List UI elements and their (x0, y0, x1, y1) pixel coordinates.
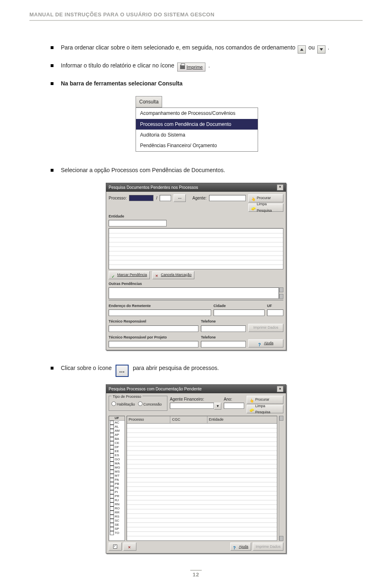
bullet-item: Clicar sobre o ícone … para abrir pesqui… (51, 363, 363, 377)
uf-item[interactable]: AL (109, 425, 125, 429)
cidade-label: Cidade (214, 303, 265, 309)
menu-item-acompanhamento[interactable]: Acompanhamento de Processos/Convênios (136, 108, 258, 119)
processo-label: Processo: (109, 195, 127, 202)
outras-pendencias-field[interactable] (109, 287, 279, 299)
processo-input-2[interactable] (160, 195, 171, 201)
document-header: MANUAL DE INSTRUÇÕES PARA O USUÁRIO DO S… (29, 11, 363, 21)
uf-item[interactable]: PR (109, 494, 125, 498)
uf-item[interactable]: RN (109, 502, 125, 507)
eraser-icon (249, 407, 254, 411)
agente-label: Agente: (192, 195, 206, 202)
scrollbar[interactable] (279, 416, 283, 541)
entidade-field[interactable] (109, 220, 167, 226)
tecnico-projeto-field[interactable] (109, 341, 198, 347)
uf-item[interactable]: RO (109, 507, 125, 511)
uf-item[interactable]: MT (109, 474, 125, 478)
agente-financeiro-select[interactable] (170, 403, 214, 409)
cancela-marcacao-button[interactable]: Cancela Marcação (152, 271, 194, 279)
uf-item[interactable]: RS (109, 515, 125, 519)
uf-header: UF (109, 416, 125, 421)
uf-item[interactable]: PA (109, 478, 125, 482)
uf-item[interactable]: BA (109, 437, 125, 441)
ajuda-button[interactable]: Ajuda (230, 542, 251, 551)
uf-item[interactable]: PB (109, 482, 125, 486)
telefone-field[interactable] (201, 325, 246, 332)
menu-item-processos-pendencia[interactable]: Processos com Pendência de Documento (136, 119, 258, 130)
uf-item[interactable]: SP (109, 527, 125, 531)
uf-item[interactable]: AM (109, 429, 125, 433)
radio-concessao[interactable]: Concessão (138, 402, 162, 406)
clear-all-button[interactable] (123, 542, 136, 551)
uf-item[interactable]: MA (109, 462, 125, 466)
agente-input[interactable] (209, 195, 246, 201)
lookup-button[interactable]: … (174, 194, 186, 202)
ajuda-button[interactable]: Ajuda (248, 339, 283, 347)
limpa-pesquisa-button[interactable]: Limpa Pesquisa (247, 405, 283, 413)
imprime-dados-button: Imprime Dados (253, 542, 283, 551)
close-icon[interactable]: × (277, 184, 283, 191)
dialog-pesquisa-processos: Pesquisa Processos com Documentação Pend… (106, 384, 286, 554)
bullet-marker (51, 46, 53, 49)
uf-item[interactable]: RR (109, 511, 125, 515)
tecnico-responsavel-field[interactable] (109, 325, 198, 332)
limpa-pesquisa-button[interactable]: Limpa Pesquisa (248, 204, 283, 212)
uf-item[interactable]: PI (109, 490, 125, 494)
bullet-text: Para ordenar clicar sobre o item selecio… (61, 44, 297, 51)
bullet-item: Informar o título do relatório e clicar … (51, 61, 363, 72)
menu-item-pendencias-financeiro[interactable]: Pendências Financeiro/ Orçamento (136, 140, 258, 151)
endereco-field[interactable] (109, 309, 211, 316)
telefone-label: Telefone (201, 318, 246, 325)
printer-icon (180, 65, 185, 69)
bullet-item: Na barra de ferramentas selecionar Consu… (51, 79, 363, 89)
uf-label: UF (267, 303, 283, 309)
uf-item[interactable]: SC (109, 519, 125, 523)
ano-label: Ano: (224, 396, 244, 403)
tecnico-projeto-label: Técnico Responsável por Projeto (109, 334, 198, 341)
uf-item[interactable]: SE (109, 523, 125, 527)
lookup-icon: … (116, 365, 129, 377)
consulta-menu-title[interactable]: Consulta (136, 96, 162, 108)
processos-grid[interactable]: Processo CGC Entidade (127, 416, 277, 541)
bullet-marker (51, 169, 53, 172)
ano-input[interactable] (224, 403, 244, 409)
uf-item[interactable]: PE (109, 486, 125, 490)
imprime-label: Imprime (187, 63, 203, 71)
uf-item[interactable]: DF (109, 445, 125, 449)
uf-item[interactable]: EE (109, 449, 125, 453)
uf-item[interactable]: MS (109, 470, 125, 474)
scrollbar[interactable] (279, 287, 283, 299)
uf-item[interactable]: MG (109, 466, 125, 470)
telefone2-field[interactable] (201, 341, 246, 347)
menu-item-auditoria[interactable]: Auditoria do Sistema (136, 130, 258, 140)
pendencias-grid[interactable] (109, 228, 283, 269)
agente-financeiro-label: Agente Financeiro: (170, 396, 221, 403)
endereco-label: Endereço do Remetente (109, 303, 211, 309)
bullet-text: . (327, 44, 329, 51)
consulta-menu: Consulta Acompanhamento de Processos/Con… (136, 96, 258, 152)
hand-icon (249, 398, 254, 402)
uf-item[interactable]: TO (109, 531, 125, 535)
processo-input[interactable] (129, 195, 154, 201)
bullet-marker (51, 82, 53, 85)
hand-icon (251, 196, 255, 200)
uf-item[interactable]: AP (109, 433, 125, 437)
imprime-button-icon: Imprime (177, 63, 206, 72)
uf-item[interactable]: ES (109, 453, 125, 457)
uf-field[interactable] (267, 309, 283, 316)
dropdown-icon[interactable]: ▾ (214, 403, 221, 410)
uf-checklist[interactable]: UF ACALAMAPBACEDFEEESGOMAMGMSMTPAPBPEPIP… (109, 416, 125, 541)
uf-item[interactable]: GO (109, 457, 125, 462)
uf-item[interactable]: CE (109, 441, 125, 445)
cidade-field[interactable] (214, 309, 265, 316)
radio-habilitacao[interactable]: Habilitação (111, 402, 135, 406)
col-entidade: Entidade (207, 416, 277, 423)
uf-item[interactable]: AC (109, 421, 125, 425)
x-icon (128, 545, 132, 549)
x-icon (155, 273, 159, 277)
select-all-button[interactable] (109, 542, 122, 551)
uf-item[interactable]: RJ (109, 498, 125, 502)
marcar-pendencia-button[interactable]: Marcar Pendência (109, 271, 150, 279)
bullet-item: Para ordenar clicar sobre o item selecio… (51, 43, 363, 54)
close-icon[interactable]: × (277, 386, 283, 392)
help-icon (258, 341, 262, 345)
